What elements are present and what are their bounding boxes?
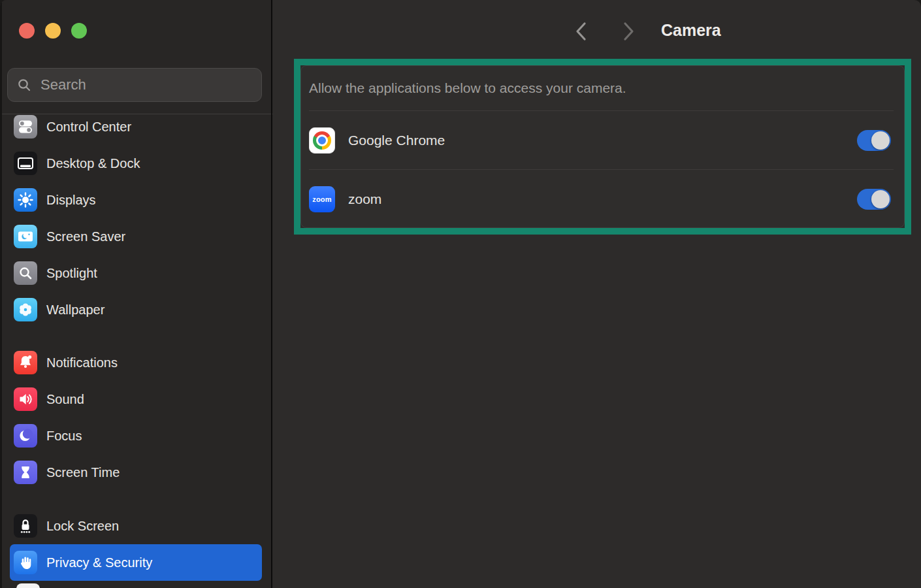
- sidebar-item-desktop-dock[interactable]: Desktop & Dock: [10, 145, 262, 182]
- zoom-window-button[interactable]: [71, 23, 87, 39]
- sidebar-item-spotlight[interactable]: Spotlight: [10, 255, 262, 291]
- search-icon: [17, 78, 31, 92]
- sidebar-group-3: Lock Screen Privacy & Security: [2, 508, 273, 581]
- zoom-icon-label: zoom: [312, 195, 332, 203]
- sidebar-item-sound[interactable]: Sound: [10, 381, 262, 417]
- system-settings-window: Control Center Desktop & Dock: [0, 0, 921, 588]
- sidebar-item-label: Lock Screen: [46, 519, 119, 534]
- minimize-button[interactable]: [45, 23, 61, 39]
- sidebar-item-label: Privacy & Security: [46, 555, 152, 570]
- app-row-google-chrome: Google Chrome: [301, 111, 904, 169]
- focus-icon: [14, 424, 37, 448]
- close-button[interactable]: [19, 23, 35, 39]
- sidebar-item-label: Control Center: [46, 120, 131, 135]
- sidebar-item-label: Focus: [46, 429, 82, 444]
- camera-permissions-panel: Allow the applications below to access y…: [300, 65, 905, 228]
- sidebar-item-privacy-security[interactable]: Privacy & Security: [10, 544, 262, 581]
- zoom-app-icon: zoom: [309, 186, 335, 212]
- sidebar-item-label: Displays: [46, 193, 96, 208]
- lock-screen-icon: [14, 514, 37, 538]
- chevron-left-icon: [574, 21, 589, 42]
- partial-sidebar-icon: [16, 583, 40, 588]
- sidebar-item-control-center[interactable]: Control Center: [10, 108, 262, 145]
- sidebar-item-displays[interactable]: Displays: [10, 182, 262, 218]
- screen-saver-icon: [14, 225, 37, 248]
- highlight-box: Allow the applications below to access y…: [294, 59, 911, 235]
- toggle-knob: [871, 190, 890, 208]
- control-center-icon: [14, 115, 37, 139]
- sidebar-item-focus[interactable]: Focus: [10, 417, 262, 454]
- app-row-zoom: zoom zoom: [301, 170, 904, 228]
- google-chrome-icon: [309, 127, 335, 154]
- sidebar-item-label: Sound: [46, 392, 84, 407]
- permissions-description-row: Allow the applications below to access y…: [301, 66, 904, 110]
- sidebar-item-label: Spotlight: [46, 266, 97, 281]
- sound-icon: [14, 387, 37, 411]
- sidebar: Control Center Desktop & Dock: [0, 0, 271, 588]
- screen-time-icon: [14, 461, 37, 484]
- sidebar-group-2: Notifications Sound: [2, 344, 273, 491]
- sidebar-item-label: Notifications: [46, 355, 118, 370]
- sidebar-item-wallpaper[interactable]: Wallpaper: [10, 291, 262, 328]
- page-title: Camera: [661, 21, 721, 40]
- sidebar-item-notifications[interactable]: Notifications: [10, 344, 262, 381]
- app-name: Google Chrome: [348, 133, 857, 148]
- search-input[interactable]: [39, 76, 252, 94]
- sidebar-item-screen-saver[interactable]: Screen Saver: [10, 218, 262, 255]
- back-button[interactable]: [572, 20, 591, 43]
- notifications-icon: [14, 351, 37, 374]
- wallpaper-icon: [14, 298, 37, 321]
- sidebar-item-screen-time[interactable]: Screen Time: [10, 454, 262, 491]
- app-name: zoom: [348, 191, 857, 207]
- toggle-knob: [871, 131, 890, 150]
- privacy-security-icon: [14, 551, 37, 574]
- desktop-dock-icon: [14, 152, 37, 175]
- displays-icon: [14, 188, 37, 212]
- sidebar-item-lock-screen[interactable]: Lock Screen: [10, 508, 262, 544]
- chevron-right-icon: [621, 21, 636, 42]
- forward-button[interactable]: [619, 20, 638, 43]
- search-field[interactable]: [7, 68, 262, 102]
- sidebar-item-label: Wallpaper: [46, 302, 105, 318]
- sidebar-group-1: Control Center Desktop & Dock: [2, 108, 273, 328]
- google-chrome-toggle[interactable]: [857, 130, 891, 151]
- permissions-description: Allow the applications below to access y…: [309, 80, 626, 96]
- sidebar-item-label: Screen Time: [46, 465, 120, 480]
- spotlight-icon: [14, 261, 37, 285]
- zoom-toggle[interactable]: [857, 189, 891, 210]
- sidebar-item-label: Screen Saver: [46, 229, 125, 244]
- sidebar-item-label: Desktop & Dock: [46, 156, 140, 171]
